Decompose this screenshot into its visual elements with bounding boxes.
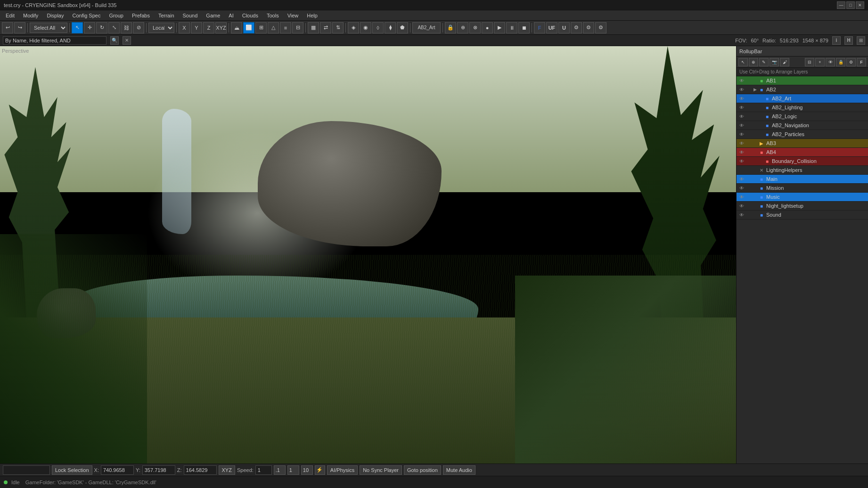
magnet-button[interactable]: ⊕ [457, 22, 468, 33]
fb-button[interactable]: F [534, 22, 545, 33]
layer-button[interactable]: ⊗ [469, 22, 481, 33]
x-coord-input[interactable] [101, 465, 134, 475]
rp-select-button[interactable]: ↖ [738, 58, 748, 66]
layer-item[interactable]: 👁▶AB3 [737, 139, 868, 148]
layer-item[interactable]: 👁■AB4 [737, 148, 868, 157]
rp-layer-code-button[interactable]: F [857, 58, 866, 66]
snap-icon-button[interactable]: 🔒 [445, 22, 456, 33]
layer-lock-icon[interactable] [746, 86, 753, 93]
ai-physics-button[interactable]: AI/Physics [327, 465, 358, 475]
mute-audio-button[interactable]: Mute Audio [443, 465, 475, 475]
layer-item[interactable]: 👁■AB2_Particles [737, 130, 868, 139]
rp-edit-button[interactable]: ✎ [759, 58, 769, 66]
rp-move-button[interactable]: ⊕ [749, 58, 758, 66]
layer-lock-icon[interactable] [746, 176, 753, 182]
menu-item-sound[interactable]: Sound [179, 12, 202, 19]
menu-item-terrain[interactable]: Terrain [155, 12, 178, 19]
layer-item[interactable]: 👁■Sound [737, 211, 868, 220]
layer-lock-icon[interactable] [746, 140, 753, 146]
measure-button[interactable]: ⊟ [292, 22, 303, 33]
layer-lock-icon[interactable] [746, 203, 753, 209]
pause-button[interactable]: ⏸ [506, 22, 517, 33]
layer-eye-icon[interactable]: 👁 [738, 176, 745, 182]
rp-layer-settings-button[interactable]: ⚙ [846, 58, 856, 66]
layer-item[interactable]: 👁■AB2_Lighting [737, 103, 868, 112]
layer-item[interactable]: 👁■AB2_Logic [737, 112, 868, 121]
rp-layer-delete-button[interactable]: ⊟ [805, 58, 814, 66]
menu-item-help[interactable]: Help [303, 12, 321, 19]
physics4-button[interactable]: ⬟ [397, 22, 408, 33]
viewport[interactable]: Perspective [0, 46, 736, 464]
menu-item-prefabs[interactable]: Prefabs [128, 12, 154, 19]
y-coord-input[interactable] [142, 465, 175, 475]
layer-item[interactable]: 👁■Night_lightsetup [737, 202, 868, 211]
ue-button[interactable]: U [558, 22, 570, 33]
stop-button[interactable]: ⏹ [518, 22, 530, 33]
physics-button[interactable]: ◈ [348, 22, 359, 33]
play-button[interactable]: ▶ [494, 22, 505, 33]
menu-item-ai[interactable]: AI [225, 12, 237, 19]
layer-eye-icon[interactable]: 👁 [738, 77, 745, 84]
rp-camera-button[interactable]: 📷 [770, 58, 779, 66]
menu-item-group[interactable]: Group [105, 12, 127, 19]
minimize-button[interactable]: — [837, 1, 845, 9]
viewport-button[interactable]: ⬜ [243, 22, 254, 33]
z-coord-input[interactable] [184, 465, 217, 475]
clear-search-button[interactable]: ✕ [123, 36, 131, 45]
layer-eye-icon[interactable]: 👁 [738, 149, 745, 155]
select-region-button[interactable]: ▦ [308, 22, 319, 33]
layer-lock-icon[interactable] [746, 211, 753, 218]
speed-input[interactable] [255, 465, 272, 475]
search-button[interactable]: 🔍 [110, 36, 119, 45]
rp-layer-lock-button[interactable]: 🔒 [836, 58, 845, 66]
menu-item-view[interactable]: View [284, 12, 303, 19]
layer-eye-icon[interactable] [738, 167, 745, 173]
layer-eye-icon[interactable]: 👁 [738, 113, 745, 120]
align-button[interactable]: ≡ [280, 22, 291, 33]
rotate-tool-button[interactable]: ↻ [96, 22, 107, 33]
layer-eye-icon[interactable]: 👁 [738, 158, 745, 164]
physics3-button[interactable]: ⧫ [385, 22, 396, 33]
speed-max-button[interactable]: 10 [301, 465, 313, 475]
speed-icon-button[interactable]: ⚡ [315, 465, 325, 475]
grid-button[interactable]: ⊞ [255, 22, 267, 33]
layer-lock-icon[interactable] [746, 167, 753, 173]
help-button[interactable]: H [844, 36, 853, 45]
menu-item-modify[interactable]: Modify [19, 12, 42, 19]
move-tool-button[interactable]: ✛ [84, 22, 95, 33]
layer-lock-icon[interactable] [746, 95, 753, 102]
vis-button[interactable]: ◉ [360, 22, 371, 33]
link-button[interactable]: ⛓ [121, 22, 132, 33]
layer-eye-icon[interactable]: 👁 [738, 104, 745, 111]
layer-lock-icon[interactable] [746, 194, 753, 200]
speed-dec-button[interactable]: .1 [274, 465, 286, 475]
ab2art-btn[interactable]: AB2_Art [412, 22, 441, 33]
layer-lock-icon[interactable] [746, 77, 753, 84]
layer-lock-icon[interactable] [746, 122, 753, 129]
layer-eye-icon[interactable]: 👁 [738, 140, 745, 146]
physics2-button[interactable]: ◊ [372, 22, 384, 33]
layer-item[interactable]: 👁■AB2_Art [737, 94, 868, 103]
settings3-button[interactable]: ⚙ [595, 22, 606, 33]
unlink-button[interactable]: ⊘ [133, 22, 144, 33]
rp-layer-eye-button[interactable]: 👁 [826, 58, 835, 66]
layer-item[interactable]: 👁■AB1 [737, 76, 868, 85]
layer-eye-icon[interactable]: 👁 [738, 194, 745, 200]
terrain-button[interactable]: ⛰ [231, 22, 242, 33]
speed-inc-button[interactable]: 1 [287, 465, 299, 475]
layer-eye-icon[interactable]: 👁 [738, 203, 745, 209]
x-axis-button[interactable]: X [179, 22, 190, 33]
layer-expand-icon[interactable]: ▶ [753, 87, 758, 92]
scale-tool-button[interactable]: ⤡ [108, 22, 120, 33]
menu-item-tools[interactable]: Tools [263, 12, 283, 19]
lock-selection-button[interactable]: Lock Selection [52, 465, 92, 475]
uf-button[interactable]: UF [546, 22, 557, 33]
layer-eye-icon[interactable]: 👁 [738, 211, 745, 218]
close-button[interactable]: ✕ [856, 1, 864, 9]
layer-eye-icon[interactable]: 👁 [738, 86, 745, 93]
menu-item-clouds[interactable]: Clouds [238, 12, 262, 19]
settings1-button[interactable]: ⚙ [571, 22, 582, 33]
layer-lock-icon[interactable] [746, 113, 753, 120]
menu-item-edit[interactable]: Edit [2, 12, 18, 19]
menu-item-config spec[interactable]: Config Spec [68, 12, 104, 19]
